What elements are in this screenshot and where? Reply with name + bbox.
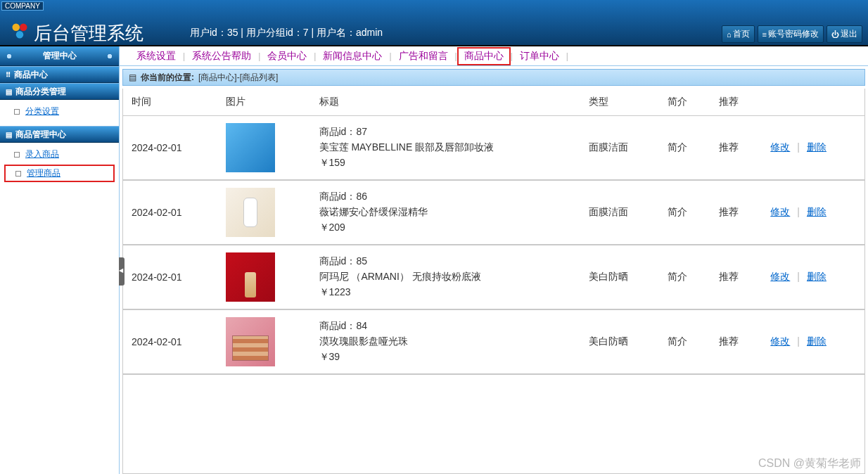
cell-intro: 简介 — [659, 309, 710, 374]
cell-title: 商品id：85阿玛尼 （ARMANI） 无痕持妆粉底液￥1223 — [311, 245, 580, 309]
product-price: ￥1223 — [319, 286, 572, 299]
table-row: 2024-02-01商品id：84漠玫瑰眼影盘哑光珠￥39美白防晒简介推荐修改|… — [123, 309, 864, 374]
edit-link[interactable]: 修改 — [770, 141, 790, 153]
product-name: 阿玛尼 （ARMANI） 无痕持妆粉底液 — [319, 271, 572, 283]
sidebar-group-body: 录入商品 管理商品 — [0, 143, 119, 189]
delete-link[interactable]: 删除 — [807, 206, 826, 217]
delete-link[interactable]: 删除 — [807, 335, 826, 347]
cell-date: 2024-02-01 — [123, 309, 217, 374]
password-button[interactable]: ≡账号密码修改 — [758, 25, 824, 43]
breadcrumb-path: [商品中心]-[商品列表] — [198, 72, 278, 84]
company-tag: COMPANY — [1, 1, 44, 11]
cell-date: 2024-02-01 — [123, 180, 217, 245]
svg-point-0 — [13, 24, 20, 32]
table-row: 2024-02-01商品id：87美宝莲 MAYBELLINE 眼部及唇部卸妆液… — [123, 116, 864, 181]
sidebar-group-product-mgmt[interactable]: ▤商品管理中心 — [0, 126, 119, 143]
nav-announce-help[interactable]: 系统公告帮助 — [185, 50, 258, 63]
delete-link[interactable]: 删除 — [807, 271, 826, 282]
cell-image — [217, 309, 310, 374]
product-thumbnail[interactable] — [226, 188, 275, 237]
edit-link[interactable]: 修改 — [770, 206, 790, 217]
cell-title: 商品id：87美宝莲 MAYBELLINE 眼部及唇部卸妆液￥159 — [311, 116, 580, 181]
cell-date: 2024-02-01 — [123, 245, 217, 309]
home-icon: ⌂ — [727, 30, 732, 39]
col-image: 图片 — [217, 89, 310, 116]
sidebar-header: 管理中心 — [0, 46, 119, 66]
nav-system-settings[interactable]: 系统设置 — [129, 50, 183, 63]
cell-actions: 修改|删除 — [762, 245, 864, 309]
cell-date: 2024-02-01 — [123, 116, 217, 181]
col-intro: 简介 — [659, 89, 710, 116]
product-id: 商品id：86 — [319, 191, 572, 203]
topbar: COMPANY 后台管理系统 用户id：35 | 用户分组id：7 | 用户名：… — [0, 0, 868, 46]
nav-ads-messages[interactable]: 广告和留言 — [392, 50, 455, 63]
sidebar-item-manage-products[interactable]: 管理商品 — [4, 165, 115, 182]
product-table: 时间 图片 标题 类型 简介 推荐 2024-02-01商品id：87美宝莲 M… — [123, 89, 864, 375]
logo-icon — [10, 21, 30, 41]
square-icon — [14, 109, 20, 115]
col-actions — [762, 89, 864, 116]
sidebar-group-body: 分类设置 — [0, 100, 119, 126]
product-price: ￥209 — [319, 222, 572, 234]
product-thumbnail[interactable] — [226, 252, 275, 302]
user-info: 用户id：35 | 用户分组id：7 | 用户名：admin — [190, 27, 383, 39]
product-price: ￥39 — [319, 351, 572, 364]
product-name: 薇诺娜安心舒缓保湿精华 — [319, 206, 572, 219]
product-price: ￥159 — [319, 157, 572, 169]
sidebar-item-category-settings[interactable]: 分类设置 — [0, 103, 119, 120]
nav-news-center[interactable]: 新闻信息中心 — [316, 50, 389, 63]
cell-rec: 推荐 — [710, 116, 762, 181]
cell-image — [217, 180, 310, 245]
home-button[interactable]: ⌂首页 — [722, 25, 755, 43]
nav-order-center[interactable]: 订单中心 — [513, 50, 566, 63]
product-name: 美宝莲 MAYBELLINE 眼部及唇部卸妆液 — [319, 141, 572, 154]
sidebar-section-products[interactable]: ⠿商品中心 — [0, 66, 119, 83]
sidebar: 管理中心 ⠿商品中心 ▤商品分类管理 分类设置 ▤商品管理中心 录入商品 管理商… — [0, 46, 120, 474]
nav-member-center[interactable]: 会员中心 — [260, 50, 314, 63]
cell-intro: 简介 — [659, 180, 710, 245]
col-type: 类型 — [580, 89, 659, 116]
delete-link[interactable]: 删除 — [807, 141, 826, 153]
edit-link[interactable]: 修改 — [770, 335, 790, 347]
grid-wrap: 时间 图片 标题 类型 简介 推荐 2024-02-01商品id：87美宝莲 M… — [122, 89, 865, 474]
cell-image — [217, 245, 310, 309]
cell-rec: 推荐 — [710, 180, 762, 245]
doc-icon: ▤ — [129, 72, 136, 82]
product-thumbnail[interactable] — [226, 123, 275, 172]
product-id: 商品id：87 — [319, 126, 572, 139]
logout-button[interactable]: ⏻退出 — [826, 25, 862, 43]
cell-actions: 修改|删除 — [762, 309, 864, 374]
product-id: 商品id：85 — [319, 255, 572, 268]
sidebar-group-category[interactable]: ▤商品分类管理 — [0, 83, 119, 100]
list-icon: ≡ — [762, 30, 767, 39]
cell-intro: 简介 — [659, 116, 710, 181]
table-row: 2024-02-01商品id：85阿玛尼 （ARMANI） 无痕持妆粉底液￥12… — [123, 245, 864, 309]
svg-point-2 — [16, 31, 24, 39]
table-row: 2024-02-01商品id：86薇诺娜安心舒缓保湿精华￥209面膜洁面简介推荐… — [123, 180, 864, 245]
svg-point-1 — [20, 24, 27, 32]
list-icon: ▤ — [6, 88, 11, 96]
system-title: 后台管理系统 — [34, 21, 143, 46]
cell-type: 面膜洁面 — [580, 116, 659, 181]
square-icon — [15, 171, 21, 177]
splitter-handle[interactable] — [119, 257, 125, 286]
breadcrumb-label: 你当前的位置: — [141, 72, 194, 84]
nav-product-center[interactable]: 商品中心 — [457, 47, 511, 65]
cell-rec: 推荐 — [710, 309, 762, 374]
cell-image — [217, 116, 310, 181]
sidebar-item-add-product[interactable]: 录入商品 — [0, 146, 119, 163]
cell-type: 美白防晒 — [580, 245, 659, 309]
square-icon — [14, 152, 20, 158]
product-name: 漠玫瑰眼影盘哑光珠 — [319, 335, 572, 348]
cell-title: 商品id：86薇诺娜安心舒缓保湿精华￥209 — [311, 180, 580, 245]
edit-link[interactable]: 修改 — [770, 271, 790, 282]
top-actions: ⌂首页 ≡账号密码修改 ⏻退出 — [722, 25, 862, 43]
grid-icon: ⠿ — [6, 71, 10, 79]
watermark: CSDN @黄菊华老师 — [758, 456, 861, 471]
product-thumbnail[interactable] — [226, 317, 275, 366]
content: 系统设置| 系统公告帮助| 会员中心| 新闻信息中心| 广告和留言| 商品中心|… — [120, 46, 868, 474]
power-icon: ⏻ — [831, 30, 839, 39]
table-header-row: 时间 图片 标题 类型 简介 推荐 — [123, 89, 864, 116]
col-title: 标题 — [311, 89, 580, 116]
cell-type: 美白防晒 — [580, 309, 659, 374]
